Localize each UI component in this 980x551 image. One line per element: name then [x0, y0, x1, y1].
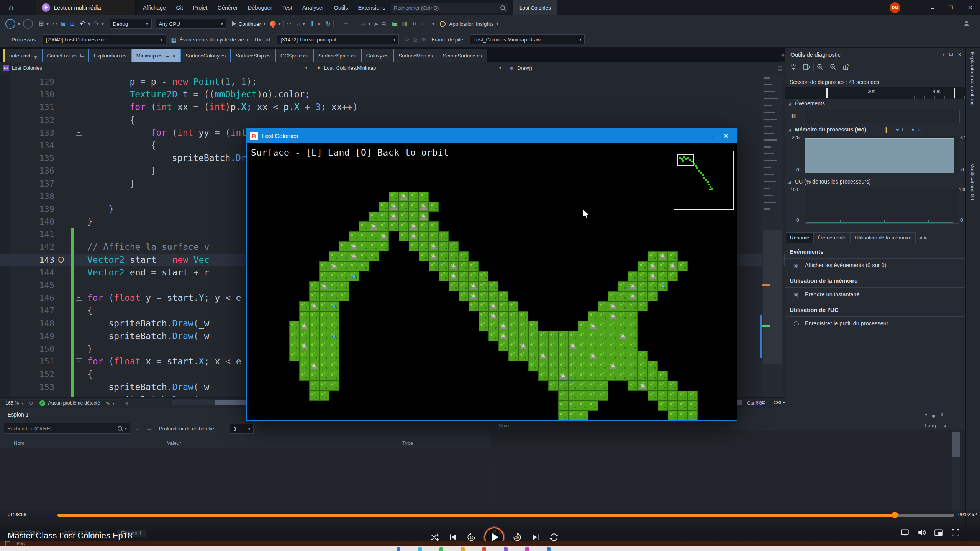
breakpoint-window-icon[interactable]: ⊟: [381, 21, 386, 27]
shuffle-icon[interactable]: [430, 533, 439, 542]
step-over-icon[interactable]: ↪: [343, 21, 348, 27]
taskbar-app-icon[interactable]: [525, 547, 529, 551]
pause-icon[interactable]: Ⅱ: [311, 21, 313, 27]
show-next-statement-icon[interactable]: ⇢: [361, 21, 366, 27]
hscroll-left-icon[interactable]: ◀: [125, 401, 128, 405]
restart-icon[interactable]: ↻: [325, 21, 330, 27]
snapshot-link[interactable]: Prendre un instantané: [805, 291, 860, 297]
breadcrumb-namespace[interactable]: Lost_Colonies.Minimap: [324, 65, 376, 71]
new-file-icon[interactable]: ⊞: [39, 21, 44, 27]
menu-déboguer[interactable]: Déboguer: [243, 0, 277, 15]
taskbar-app-icon[interactable]: [482, 547, 486, 551]
split-icon[interactable]: ⟐: [29, 400, 33, 407]
previous-track-icon[interactable]: [448, 533, 457, 542]
media-player-titlebar[interactable]: Lecteur multimédia: [36, 0, 135, 15]
code-line[interactable]: 131−for (int xx = (int)p.X; xx < p.X + 3…: [0, 101, 785, 113]
breadcrumb-project[interactable]: Lost Colonies: [12, 65, 42, 71]
callstack-close-icon[interactable]: ×: [941, 412, 944, 418]
stackframe-dropdown[interactable]: Lost_Colonies.Minimap.Draw▾: [470, 34, 585, 44]
menu-générer[interactable]: Générer: [213, 0, 243, 15]
hot-reload-icon[interactable]: [269, 20, 277, 28]
navigate-forward-icon[interactable]: →: [23, 19, 33, 29]
taskbar-app-icon[interactable]: [461, 547, 465, 551]
seek-bar[interactable]: [57, 514, 954, 517]
breadcrumb-member[interactable]: Draw(): [517, 65, 532, 71]
tab-resume[interactable]: Résumé: [786, 232, 813, 243]
game-window-titlebar[interactable]: B Lost Colonies – □ ✕: [247, 129, 737, 143]
watch-search-input[interactable]: Rechercher (Ctrl+E) ▾: [4, 423, 130, 434]
watch-column-headers[interactable]: Nom Valeur Type: [0, 438, 490, 448]
home-window-icon[interactable]: ⌂: [297, 21, 300, 27]
tab-solution-explorer[interactable]: Explorateur de solutions: [970, 52, 975, 105]
next-track-icon[interactable]: [531, 533, 540, 542]
taskbar-app-icon[interactable]: [504, 547, 508, 551]
tab-surfacemap.cs[interactable]: SurfaceMap.cs: [394, 49, 438, 63]
settings-gear-icon[interactable]: [790, 63, 797, 71]
code-cleanup-icon[interactable]: ✎: [106, 400, 110, 406]
menu-git[interactable]: Git: [171, 0, 188, 15]
process-dropdown[interactable]: [29640] Lost Colonies.exe▾: [43, 34, 166, 44]
ruler-handle-left[interactable]: [826, 88, 828, 98]
events-section-title[interactable]: Événements: [795, 100, 825, 107]
events-collapse-icon[interactable]: ◢: [788, 102, 791, 106]
tab-notes.md[interactable]: notes.md: [3, 49, 43, 63]
restore-button[interactable]: ❐: [942, 0, 960, 15]
tab-gamelost.cs[interactable]: GameLost.cs: [43, 49, 90, 63]
diag-pin-icon[interactable]: [949, 53, 953, 56]
diag-tabs-right-icon[interactable]: ▶: [924, 236, 928, 240]
menu-analyser[interactable]: Analyser: [297, 0, 329, 15]
tab-galaxy.cs[interactable]: Galaxy.cs: [362, 49, 394, 63]
eol-indicator[interactable]: SPC: [755, 400, 765, 405]
tab-scenesurface.cs[interactable]: SceneSurface.cs: [438, 49, 487, 63]
game-viewport[interactable]: Surface - [L] Land [O] Back to orbit: [247, 143, 737, 420]
code-line[interactable]: 129p = p - new Point(1, 1);: [0, 75, 785, 88]
mini-player-icon[interactable]: [934, 528, 943, 537]
callstack-menu-icon[interactable]: ▾: [925, 413, 927, 417]
home-icon[interactable]: ⌂: [0, 3, 22, 12]
minimize-button[interactable]: –: [923, 0, 942, 15]
zoom-level[interactable]: 165 %: [5, 400, 19, 406]
open-folder-icon[interactable]: ▱: [52, 21, 57, 27]
callstack-body[interactable]: [491, 430, 966, 513]
show-events-link[interactable]: Afficher les événements (0 sur 0): [805, 262, 887, 268]
scroll-thumb[interactable]: [763, 230, 782, 364]
diag-tabs-left-icon[interactable]: ◀: [919, 236, 922, 240]
rewind-10-icon[interactable]: 10: [467, 533, 476, 542]
menu-projet[interactable]: Projet: [188, 0, 213, 15]
zoom-out-icon[interactable]: [829, 63, 837, 71]
menu-extensions[interactable]: Extensions: [353, 0, 390, 15]
bookmark-icon[interactable]: ⌑: [413, 21, 416, 27]
lifecycle-label[interactable]: Événements du cycle de vie: [180, 37, 244, 43]
redo-icon[interactable]: ↷: [93, 20, 99, 27]
find-in-files-icon[interactable]: ▱: [286, 21, 291, 27]
fullscreen-icon[interactable]: [951, 528, 960, 537]
save-icon[interactable]: ▣: [61, 21, 67, 27]
debug-config-dropdown[interactable]: Debug▾: [110, 19, 152, 29]
editor-scroll-minimap[interactable]: [762, 74, 783, 397]
flag-all-icon[interactable]: ⊵: [413, 37, 418, 42]
game-minimize-button[interactable]: –: [688, 129, 703, 143]
thread-dropdown[interactable]: [31472] Thread principal▾: [277, 34, 399, 44]
lifecycle-icon[interactable]: ▦: [171, 37, 177, 43]
feedback-person-icon[interactable]: [964, 21, 969, 26]
step-out-icon[interactable]: ↑: [352, 21, 355, 27]
close-button[interactable]: ✕: [960, 0, 980, 15]
menu-test[interactable]: Test: [277, 0, 298, 15]
avatar[interactable]: DM: [890, 2, 900, 13]
game-close-button[interactable]: ✕: [718, 129, 734, 143]
volume-icon[interactable]: [917, 528, 926, 537]
seek-knob[interactable]: [892, 512, 898, 518]
problems-status[interactable]: Aucun problème détecté: [48, 400, 100, 406]
callstack-pin-icon[interactable]: [932, 413, 935, 417]
continue-icon[interactable]: [232, 21, 236, 26]
cpu-collapse-icon[interactable]: ◢: [788, 180, 791, 184]
tab-gcsprite.cs[interactable]: GCSprite.cs: [276, 49, 314, 63]
tab-surfacesprite.cs[interactable]: SurfaceSprite.cs: [314, 49, 362, 63]
step-into-icon[interactable]: ↓: [336, 21, 339, 27]
navigate-back-icon[interactable]: ←: [5, 19, 15, 29]
forward-30-icon[interactable]: 30: [513, 533, 522, 542]
memory-collapse-icon[interactable]: ◢: [788, 128, 791, 132]
memory-section-title[interactable]: Mémoire du processus (Mo): [795, 126, 866, 133]
cpu-section-title[interactable]: UC (% de tous les processeurs): [795, 179, 871, 185]
game-maximize-button[interactable]: □: [703, 129, 718, 143]
